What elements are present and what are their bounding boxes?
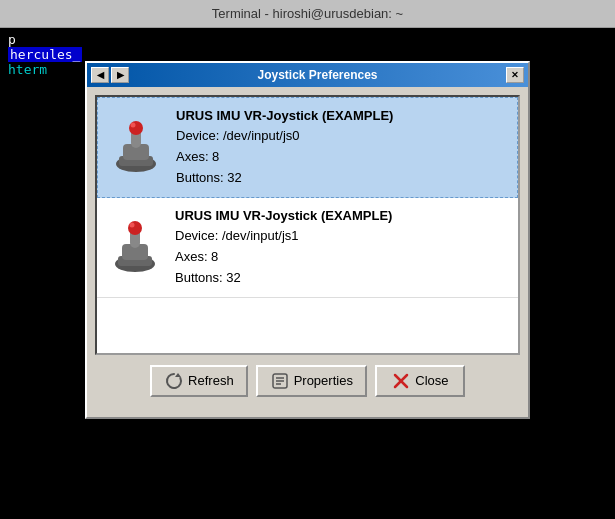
joystick-buttons-1: Buttons: 32 [175, 268, 392, 289]
close-icon: ✕ [511, 70, 519, 80]
close-btn-icon [391, 371, 411, 391]
joystick-icon-1 [105, 217, 165, 277]
joystick-item-1[interactable]: URUS IMU VR-Joystick (EXAMPLE) Device: /… [97, 198, 518, 298]
joystick-device-0: Device: /dev/input/js0 [176, 126, 393, 147]
joystick-svg-0 [109, 120, 164, 175]
joystick-list[interactable]: URUS IMU VR-Joystick (EXAMPLE) Device: /… [95, 95, 520, 355]
joystick-axes-1: Axes: 8 [175, 247, 392, 268]
titlebar-left-controls[interactable]: ◀ ▶ [91, 67, 129, 83]
joystick-name-1: URUS IMU VR-Joystick (EXAMPLE) [175, 206, 392, 227]
properties-icon [270, 371, 290, 391]
svg-point-5 [130, 122, 135, 127]
dialog-titlebar: ◀ ▶ Joystick Preferences ✕ [87, 63, 528, 87]
close-button[interactable]: Close [375, 365, 465, 397]
dialog-overlay: ◀ ▶ Joystick Preferences ✕ [0, 0, 615, 519]
titlebar-close-button[interactable]: ✕ [506, 67, 524, 83]
titlebar-forward-button[interactable]: ▶ [111, 67, 129, 83]
joystick-icon-0 [106, 117, 166, 177]
forward-icon: ▶ [117, 70, 124, 80]
svg-marker-12 [175, 373, 181, 377]
dialog-buttons: Refresh Properties [95, 355, 520, 409]
svg-point-11 [129, 222, 134, 227]
joystick-info-0: URUS IMU VR-Joystick (EXAMPLE) Device: /… [176, 106, 393, 189]
properties-label: Properties [294, 373, 353, 388]
refresh-button[interactable]: Refresh [150, 365, 248, 397]
titlebar-back-button[interactable]: ◀ [91, 67, 109, 83]
joystick-svg-1 [108, 220, 163, 275]
refresh-icon [164, 371, 184, 391]
joystick-name-0: URUS IMU VR-Joystick (EXAMPLE) [176, 106, 393, 127]
joystick-item-0[interactable]: URUS IMU VR-Joystick (EXAMPLE) Device: /… [97, 97, 518, 198]
svg-point-4 [129, 121, 143, 135]
dialog-body: URUS IMU VR-Joystick (EXAMPLE) Device: /… [87, 87, 528, 417]
properties-button[interactable]: Properties [256, 365, 367, 397]
back-icon: ◀ [97, 70, 104, 80]
joystick-info-1: URUS IMU VR-Joystick (EXAMPLE) Device: /… [175, 206, 392, 289]
joystick-buttons-0: Buttons: 32 [176, 168, 393, 189]
joystick-axes-0: Axes: 8 [176, 147, 393, 168]
joystick-preferences-dialog: ◀ ▶ Joystick Preferences ✕ [85, 61, 530, 419]
titlebar-right-controls[interactable]: ✕ [506, 67, 524, 83]
joystick-device-1: Device: /dev/input/js1 [175, 226, 392, 247]
svg-point-10 [128, 221, 142, 235]
dialog-title: Joystick Preferences [129, 68, 506, 82]
close-label: Close [415, 373, 448, 388]
refresh-label: Refresh [188, 373, 234, 388]
